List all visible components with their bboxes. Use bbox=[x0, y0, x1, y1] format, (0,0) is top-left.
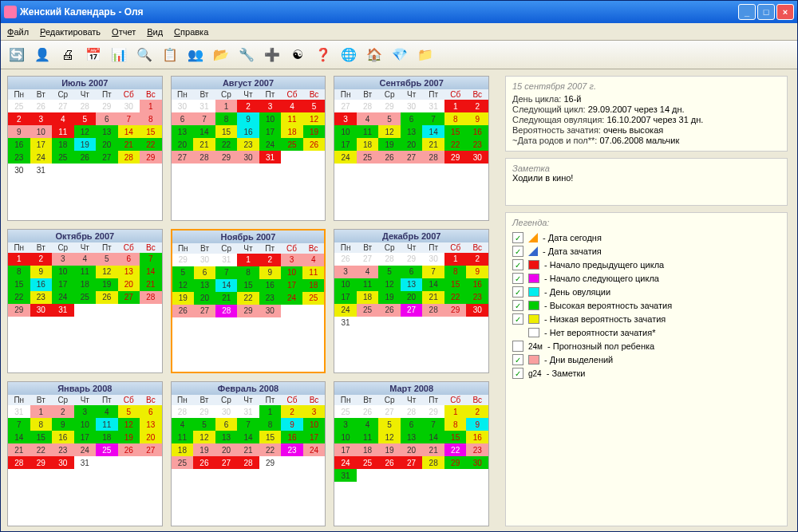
day-cell[interactable]: 24 bbox=[30, 151, 53, 164]
day-cell[interactable]: 22 bbox=[140, 138, 162, 151]
day-cell[interactable]: 30 bbox=[259, 305, 281, 317]
day-cell[interactable]: 30 bbox=[237, 151, 259, 164]
legend-checkbox[interactable]: ✓ bbox=[512, 368, 523, 379]
day-cell[interactable]: 9 bbox=[8, 125, 30, 138]
toolbar-button-4[interactable]: 📊 bbox=[108, 44, 130, 66]
day-cell[interactable]: 24 bbox=[281, 292, 302, 305]
day-cell[interactable]: 7 bbox=[422, 112, 444, 125]
day-cell[interactable]: 25 bbox=[357, 456, 379, 469]
day-cell[interactable]: 26 bbox=[172, 305, 194, 317]
day-cell[interactable]: 3 bbox=[334, 112, 357, 125]
day-cell[interactable]: 23 bbox=[466, 443, 488, 456]
day-cell[interactable]: 1 bbox=[30, 405, 53, 418]
day-cell[interactable]: 16 bbox=[466, 125, 488, 138]
day-cell[interactable]: 11 bbox=[281, 112, 303, 125]
menu-help[interactable]: Справка bbox=[174, 27, 208, 37]
day-cell[interactable]: 29 bbox=[444, 456, 467, 469]
day-cell[interactable]: 20 bbox=[172, 138, 194, 151]
day-cell[interactable]: 28 bbox=[422, 151, 444, 164]
day-cell[interactable]: 14 bbox=[193, 125, 215, 138]
day-cell[interactable]: 4 bbox=[52, 112, 74, 125]
day-cell[interactable] bbox=[74, 304, 97, 317]
day-cell[interactable]: 29 bbox=[193, 405, 215, 418]
day-cell[interactable]: 21 bbox=[422, 138, 444, 151]
day-cell[interactable] bbox=[140, 164, 162, 176]
day-cell[interactable]: 14 bbox=[237, 431, 259, 443]
day-cell[interactable]: 21 bbox=[422, 291, 444, 304]
toolbar-button-7[interactable]: 👥 bbox=[184, 44, 207, 66]
day-cell[interactable]: 30 bbox=[194, 254, 215, 266]
day-cell[interactable]: 5 bbox=[303, 100, 326, 112]
day-cell[interactable]: 16 bbox=[30, 278, 53, 291]
day-cell[interactable]: 26 bbox=[303, 138, 326, 151]
day-cell[interactable]: 14 bbox=[215, 279, 237, 292]
day-cell[interactable]: 27 bbox=[378, 405, 401, 418]
day-cell[interactable] bbox=[96, 456, 118, 469]
day-cell[interactable]: 26 bbox=[378, 304, 401, 317]
toolbar-button-9[interactable]: 🔧 bbox=[235, 44, 258, 66]
day-cell[interactable]: 28 bbox=[357, 100, 379, 112]
day-cell[interactable]: 28 bbox=[8, 456, 30, 469]
day-cell[interactable]: 8 bbox=[444, 418, 467, 431]
toolbar-button-12[interactable]: ❓ bbox=[312, 44, 334, 66]
day-cell[interactable]: 25 bbox=[281, 138, 303, 151]
day-cell[interactable]: 25 bbox=[8, 100, 30, 112]
toolbar-button-14[interactable]: 🏠 bbox=[363, 44, 385, 66]
day-cell[interactable]: 9 bbox=[52, 418, 74, 431]
day-cell[interactable]: 20 bbox=[194, 292, 215, 305]
legend-checkbox[interactable]: ✓ bbox=[512, 246, 523, 257]
toolbar-button-10[interactable]: ➕ bbox=[261, 44, 283, 66]
day-cell[interactable]: 6 bbox=[401, 266, 423, 278]
day-cell[interactable]: 19 bbox=[378, 443, 401, 456]
day-cell[interactable]: 15 bbox=[259, 431, 282, 443]
day-cell[interactable]: 12 bbox=[96, 266, 118, 278]
day-cell[interactable]: 12 bbox=[118, 418, 140, 431]
day-cell[interactable]: 10 bbox=[334, 431, 357, 443]
day-cell[interactable]: 7 bbox=[140, 253, 162, 266]
day-cell[interactable]: 30 bbox=[401, 100, 423, 112]
day-cell[interactable]: 28 bbox=[74, 100, 97, 112]
legend-checkbox[interactable]: ✓ bbox=[512, 286, 523, 298]
day-cell[interactable]: 15 bbox=[237, 279, 259, 292]
day-cell[interactable] bbox=[357, 317, 379, 329]
day-cell[interactable]: 4 bbox=[357, 112, 379, 125]
day-cell[interactable]: 30 bbox=[30, 304, 53, 317]
day-cell[interactable]: 13 bbox=[215, 431, 238, 443]
day-cell[interactable]: 4 bbox=[96, 405, 118, 418]
day-cell[interactable]: 28 bbox=[401, 405, 423, 418]
day-cell[interactable]: 11 bbox=[357, 431, 379, 443]
day-cell[interactable]: 13 bbox=[401, 125, 423, 138]
day-cell[interactable]: 23 bbox=[259, 292, 281, 305]
day-cell[interactable]: 12 bbox=[378, 431, 401, 443]
day-cell[interactable]: 20 bbox=[401, 291, 423, 304]
day-cell[interactable]: 27 bbox=[52, 100, 74, 112]
day-cell[interactable]: 28 bbox=[215, 305, 237, 317]
day-cell[interactable]: 2 bbox=[52, 405, 74, 418]
day-cell[interactable]: 13 bbox=[140, 418, 162, 431]
day-cell[interactable]: 7 bbox=[422, 266, 444, 278]
day-cell[interactable]: 26 bbox=[193, 456, 215, 469]
toolbar-button-16[interactable]: 📁 bbox=[414, 44, 437, 66]
day-cell[interactable]: 21 bbox=[193, 138, 215, 151]
day-cell[interactable]: 31 bbox=[334, 469, 357, 482]
day-cell[interactable] bbox=[96, 164, 118, 176]
day-cell[interactable]: 7 bbox=[8, 418, 30, 431]
day-cell[interactable]: 25 bbox=[357, 304, 379, 317]
day-cell[interactable]: 11 bbox=[357, 278, 379, 291]
day-cell[interactable]: 8 bbox=[237, 266, 259, 279]
toolbar-button-0[interactable]: 🔄 bbox=[6, 44, 28, 66]
day-cell[interactable]: 12 bbox=[378, 278, 401, 291]
day-cell[interactable]: 20 bbox=[401, 138, 423, 151]
day-cell[interactable]: 28 bbox=[378, 253, 401, 266]
day-cell[interactable]: 18 bbox=[172, 443, 194, 456]
day-cell[interactable]: 10 bbox=[334, 125, 357, 138]
day-cell[interactable]: 27 bbox=[401, 456, 423, 469]
day-cell[interactable] bbox=[303, 151, 326, 164]
menu-report[interactable]: Отчет bbox=[112, 27, 136, 37]
day-cell[interactable]: 31 bbox=[215, 254, 237, 266]
day-cell[interactable]: 19 bbox=[378, 291, 401, 304]
day-cell[interactable]: 9 bbox=[30, 266, 53, 278]
day-cell[interactable]: 1 bbox=[140, 100, 162, 112]
day-cell[interactable]: 7 bbox=[237, 418, 259, 431]
day-cell[interactable] bbox=[378, 469, 401, 482]
